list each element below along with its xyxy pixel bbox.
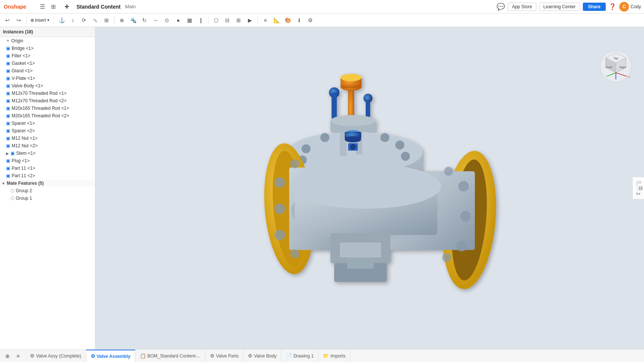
toolbar: ↩ ↪ ⊕ insert ▼ ⚓ ↕ ⟳ ⤡ ⊞ ⊕ 🔩 ↻ ↔ ⊙ ● ▦ ∥… [0, 13, 644, 27]
undo-button[interactable]: ↩ [2, 15, 13, 25]
bom-btn[interactable]: ≡ [260, 15, 270, 25]
sidebar-item-gasket[interactable]: ▣ Gasket <1> [0, 60, 95, 67]
sidebar-item-spacer1[interactable]: ▣ Spacer <1> [0, 120, 95, 127]
tab-valve-assy-complete[interactable]: ⚙ Valve Assy (Complete) [26, 350, 86, 362]
tab-valve-body[interactable]: ⚙ Valve Body [243, 350, 281, 362]
toolbar-divider-1 [26, 16, 27, 24]
ball-btn[interactable]: ● [173, 15, 183, 25]
sidebar-item-group2[interactable]: ⬡ Group 2 [0, 187, 95, 194]
chat-icon[interactable]: 💬 [497, 3, 505, 11]
top-right-controls: 💬 App Store Learning Center Share ❓ C Co… [497, 2, 641, 12]
svg-text:Front: Front [606, 66, 612, 69]
tab-valve-assembly[interactable]: ⚙ Valve Assembly [86, 350, 135, 362]
onshape-logo[interactable]: Onshape [3, 3, 37, 11]
tab-menu-btn[interactable]: ≡ [14, 352, 23, 361]
user-avatar[interactable]: C Cody [619, 2, 641, 12]
explode-btn[interactable]: ⊞ [233, 15, 244, 25]
transform-btn[interactable]: ⤡ [90, 15, 101, 25]
sidebar-item-part11-2[interactable]: ▣ Part 11 <2> [0, 172, 95, 180]
share-button[interactable]: Share [583, 3, 606, 11]
m20x165-2-icon: ▣ [6, 113, 10, 118]
orientation-cube[interactable]: Top Front Right X [599, 49, 633, 83]
sidebar-item-m12nut2[interactable]: ▣ M12 Nut <2> [0, 142, 95, 150]
m12nut2-label: M12 Nut <2> [12, 143, 38, 148]
sidebar-item-stem1[interactable]: ▶ ▣ Stem <1> [0, 150, 95, 157]
revolute-btn[interactable]: ↻ [139, 15, 150, 25]
mate-btn[interactable]: ⊕ [117, 15, 127, 25]
spacer1-icon: ▣ [6, 121, 10, 126]
svg-text:Top: Top [614, 57, 618, 60]
planar-btn[interactable]: ▦ [184, 15, 195, 25]
insert-label[interactable]: ⊕ insert ▼ [29, 18, 51, 23]
group2-icon: ⬡ [11, 188, 14, 193]
plug1-icon: ▣ [6, 158, 10, 163]
add-icon[interactable]: ✚ [62, 1, 72, 12]
parallel-btn[interactable]: ∥ [195, 15, 206, 25]
svg-rect-41 [340, 242, 381, 257]
sidebar-item-plug1[interactable]: ▣ Plug <1> [0, 157, 95, 165]
learning-center-button[interactable]: Learning Center [539, 3, 580, 11]
tab-valve-parts[interactable]: ⚙ Valve Parts [206, 350, 243, 362]
stem1-icon: ▣ [11, 151, 15, 156]
sidebar-item-m12x70-1[interactable]: ▣ M12x70 Threaded Rod <1> [0, 90, 95, 97]
sidebar-item-origin[interactable]: ✦ Origin [0, 37, 95, 45]
svg-point-50 [456, 241, 467, 251]
fastened-btn[interactable]: 🔩 [128, 15, 138, 25]
sidebar-item-vplate[interactable]: ▣ V-Plate <1> [0, 75, 95, 82]
sidebar-item-filler[interactable]: ▣ Filler <1> [0, 52, 95, 60]
sidebar-item-part11-1[interactable]: ▣ Part 11 <1> [0, 165, 95, 172]
sidebar-item-gland[interactable]: ▣ Gland <1> [0, 67, 95, 75]
sidebar-item-group1[interactable]: ⬡ Group 1 [0, 194, 95, 202]
viewport[interactable]: Top Front Right X ⬜ 🗂 ⊟ [95, 27, 644, 349]
m12nut1-label: M12 Nut <1> [12, 136, 38, 141]
sidebar-item-m20x165-1[interactable]: ▣ M20x165 Threaded Rod <1> [0, 105, 95, 112]
doc-title: Standard Content [77, 4, 120, 10]
measure-btn[interactable]: 📐 [271, 15, 282, 25]
sidebar-item-m12nut1[interactable]: ▣ M12 Nut <1> [0, 135, 95, 142]
sidebar-item-spacer2[interactable]: ▣ Spacer <2> [0, 127, 95, 135]
rotate-btn[interactable]: ⟳ [79, 15, 89, 25]
properties-btn[interactable]: ℹ [294, 15, 304, 25]
spacer2-icon: ▣ [6, 128, 10, 133]
sidebar-item-m12x70-2[interactable]: ▣ M12x70 Threaded Rod <2> [0, 97, 95, 105]
group-btn[interactable]: ⬡ [211, 15, 221, 25]
snap-btn[interactable]: ⚓ [56, 15, 67, 25]
stem1-label: Stem <1> [16, 151, 36, 156]
gland-icon: ▣ [6, 68, 10, 73]
tab-bom-standard[interactable]: 📋 BOM_Standard Content-... [135, 350, 206, 362]
svg-point-49 [460, 211, 471, 221]
properties-panel-btn[interactable]: ⊟ [638, 185, 643, 191]
animation-btn[interactable]: ▶ [245, 15, 255, 25]
help-icon[interactable]: ❓ [609, 3, 616, 10]
part11-1-label: Part 11 <1> [12, 166, 35, 171]
cylindrical-btn[interactable]: ⊙ [162, 15, 172, 25]
tab-drawing1[interactable]: 📄 Drawing 1 [281, 350, 318, 362]
section-btn[interactable]: ⊟ [222, 15, 233, 25]
toolbar-divider-2 [54, 16, 54, 24]
hamburger-menu[interactable]: ☰ [40, 3, 45, 10]
m20x165-1-label: M20x165 Threaded Rod <1> [12, 106, 69, 111]
debug-btn[interactable]: ⚙ [305, 15, 315, 25]
mate-features-header[interactable]: ▼ Mate Features (5) [0, 180, 95, 187]
redo-button[interactable]: ↪ [14, 15, 24, 25]
m20x165-1-icon: ▣ [6, 106, 10, 111]
replicate-btn[interactable]: ⊞ [101, 15, 112, 25]
display-states-btn[interactable]: 🎨 [282, 15, 293, 25]
tree-icon[interactable]: ⊞ [48, 1, 59, 12]
group1-label: Group 1 [16, 196, 32, 201]
move-btn[interactable]: ↕ [68, 15, 78, 25]
svg-point-7 [395, 141, 404, 150]
tab-imports[interactable]: 📁 Imports [318, 350, 350, 362]
insert-chevron: ▼ [47, 18, 50, 22]
svg-point-5 [302, 144, 311, 153]
drawing1-icon: 📄 [286, 353, 292, 359]
svg-point-52 [442, 253, 451, 262]
sidebar-item-valve-body[interactable]: ▣ Valve Body <1> ≡ [0, 82, 95, 90]
app-store-button[interactable]: App Store [508, 3, 536, 11]
sidebar-item-m20x165-2[interactable]: ▣ M20x165 Threaded Rod <2> [0, 112, 95, 120]
model-container [95, 27, 644, 349]
add-tab-btn[interactable]: ⊕ [3, 352, 12, 361]
slider-btn[interactable]: ↔ [150, 15, 161, 25]
sidebar-item-bridge[interactable]: ▣ Bridge <1> [0, 45, 95, 52]
instances-header: Instances (18) [0, 27, 95, 37]
